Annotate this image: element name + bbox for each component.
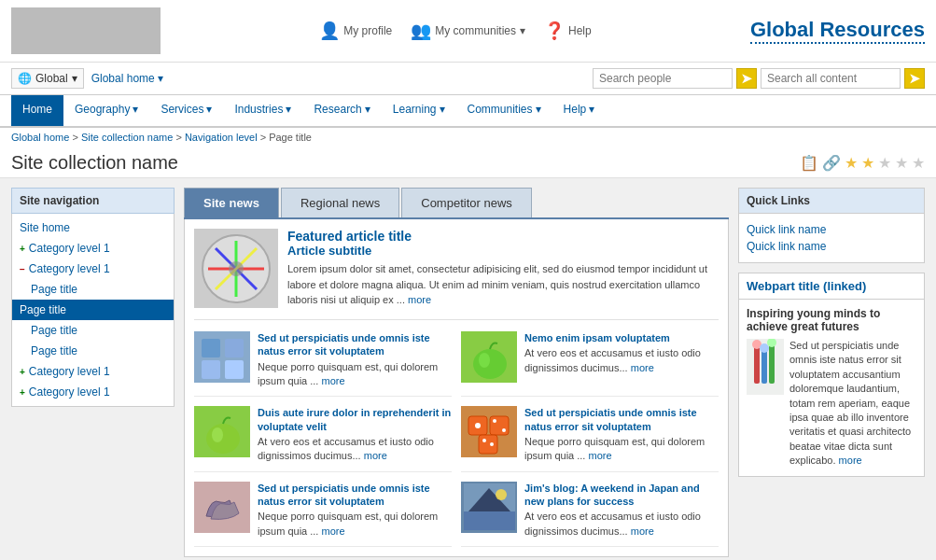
sidebar-page-title-active-label: Page title xyxy=(20,303,66,316)
article-card-body-2: At vero eos et accusamus et iusto odio d… xyxy=(258,435,452,464)
tab-site-news[interactable]: Site news xyxy=(184,188,279,217)
breadcrumb-item-0[interactable]: Global home xyxy=(11,132,69,143)
star-2-icon[interactable]: ★ xyxy=(861,154,874,172)
copy-icon[interactable]: 📋 xyxy=(800,154,818,172)
webpart-body-text: Sed ut perspiciatis unde omnis iste natu… xyxy=(789,340,911,466)
featured-text: Featured article title Article subtitle … xyxy=(287,229,719,308)
sidebar-item-site-home[interactable]: Site home xyxy=(12,217,174,238)
webpart-title-area: Webpart title (linked) xyxy=(739,273,924,300)
star-5-icon[interactable]: ★ xyxy=(912,154,925,172)
svg-point-5 xyxy=(229,261,244,276)
article-card-title-0[interactable]: Sed ut perspiciatis unde omnis iste natu… xyxy=(258,331,452,358)
quick-link-1[interactable]: Quick link name xyxy=(747,238,916,255)
breadcrumb-item-2[interactable]: Navigation level xyxy=(185,132,258,143)
featured-image-svg xyxy=(199,231,273,306)
nav-research[interactable]: Research ▾ xyxy=(302,95,381,126)
tab-regional-news[interactable]: Regional news xyxy=(281,188,399,217)
nav-geography[interactable]: Geography ▾ xyxy=(63,95,149,126)
article-body-text-3: Neque porro quisquam est, qui dolorem ip… xyxy=(524,436,705,461)
tab-competitor-news[interactable]: Competitor news xyxy=(401,188,532,217)
article-card-text-4: Sed ut perspiciatis unde omnis iste natu… xyxy=(258,482,452,539)
svg-point-32 xyxy=(760,343,769,353)
global-select[interactable]: 🌐 Global ▾ xyxy=(11,68,84,89)
featured-more-link[interactable]: more xyxy=(408,294,431,305)
sidebar-cat1-b-label: Category level 1 xyxy=(29,262,110,275)
main-content: Site navigation Site home + Category lev… xyxy=(0,178,936,560)
svg-point-22 xyxy=(490,442,494,446)
nav-services-label: Services xyxy=(161,103,203,116)
article-card-title-3[interactable]: Sed ut perspiciatis unde omnis iste natu… xyxy=(524,406,719,433)
svg-rect-17 xyxy=(490,416,509,435)
article-card-body-4: Neque porro quisquam est, qui dolorem ip… xyxy=(258,510,452,539)
sidebar-item-page-title-sub3[interactable]: Page title xyxy=(12,341,174,361)
global-dropdown-icon: ▾ xyxy=(72,72,77,85)
webpart-title-link[interactable]: Webpart title (linked) xyxy=(747,279,866,293)
nav-services[interactable]: Services ▾ xyxy=(149,95,223,126)
article-card-5: Jim's blog: A weekend in Japan and new p… xyxy=(461,482,719,547)
my-profile-link[interactable]: 👤 My profile xyxy=(319,21,392,41)
sidebar-item-page-title-sub1[interactable]: Page title xyxy=(12,279,174,300)
featured-image xyxy=(194,229,278,308)
nav-communities[interactable]: Communities ▾ xyxy=(456,95,552,126)
search-all-go-button[interactable]: ➤ xyxy=(904,68,925,89)
article-card-title-2[interactable]: Duis aute irure dolor in reprehenderit i… xyxy=(258,406,452,433)
featured-title[interactable]: Featured article title xyxy=(287,229,719,244)
article-more-link-3[interactable]: more xyxy=(588,450,611,461)
sidebar-item-cat1-a[interactable]: + Category level 1 xyxy=(12,238,174,259)
article-more-link-0[interactable]: more xyxy=(321,375,344,386)
svg-point-12 xyxy=(479,353,490,368)
sidebar-item-cat1-b[interactable]: − Category level 1 xyxy=(12,259,174,279)
svg-rect-10 xyxy=(225,360,244,379)
star-4-icon[interactable]: ★ xyxy=(895,154,908,172)
breadcrumb: Global home > Site collection name > Nav… xyxy=(0,128,936,147)
webpart-body: Sed ut perspiciatis unde omnis iste natu… xyxy=(789,339,916,469)
sidebar-item-cat1-c[interactable]: + Category level 1 xyxy=(12,361,174,382)
search-go-icon: ➤ xyxy=(741,71,752,86)
nav-home[interactable]: Home xyxy=(11,95,63,126)
link-icon[interactable]: 🔗 xyxy=(822,154,841,172)
article-thumb-0 xyxy=(194,331,250,383)
svg-rect-29 xyxy=(761,350,767,384)
right-sidebar: Quick Links Quick link name Quick link n… xyxy=(738,188,925,557)
nav-industries-label: Industries xyxy=(234,103,283,116)
nav-home-label: Home xyxy=(22,103,52,116)
nav-research-label: Research xyxy=(314,103,361,116)
site-title-bold: Resources xyxy=(819,18,925,41)
quick-link-0[interactable]: Quick link name xyxy=(747,221,916,238)
top-bar: 👤 My profile 👥 My communities ▾ ❓ Help G… xyxy=(0,0,936,63)
center-content: Site news Regional news Competitor news xyxy=(184,188,729,557)
nav-learning[interactable]: Learning ▾ xyxy=(382,95,456,126)
help-link[interactable]: ❓ Help xyxy=(544,21,592,41)
search-people-go-button[interactable]: ➤ xyxy=(736,68,757,89)
article-grid: Sed ut perspiciatis unde omnis iste natu… xyxy=(194,331,719,547)
svg-point-13 xyxy=(206,424,240,454)
star-1-icon[interactable]: ★ xyxy=(845,154,858,172)
article-card-body-3: Neque porro quisquam est, qui dolorem ip… xyxy=(524,435,719,464)
nav-help-label: Help xyxy=(564,103,587,116)
page-icons: 📋 🔗 ★ ★ ★ ★ ★ xyxy=(800,154,925,172)
article-card-title-5[interactable]: Jim's blog: A weekend in Japan and new p… xyxy=(524,482,719,509)
my-communities-link[interactable]: 👥 My communities ▾ xyxy=(411,21,525,41)
article-card-body-0: Neque porro quisquam est, qui dolorem ip… xyxy=(258,360,452,389)
sidebar-item-cat1-d[interactable]: + Category level 1 xyxy=(12,382,174,402)
article-more-link-4[interactable]: more xyxy=(321,525,344,537)
search-people-input[interactable] xyxy=(593,68,733,89)
article-card-title-1[interactable]: Nemo enim ipsam voluptatem xyxy=(524,331,719,344)
article-card-title-4[interactable]: Sed ut perspiciatis unde omnis iste natu… xyxy=(258,482,452,509)
article-body-text-4: Neque porro quisquam est, qui dolorem ip… xyxy=(258,511,438,536)
article-more-link-2[interactable]: more xyxy=(364,450,387,461)
breadcrumb-item-1[interactable]: Site collection name xyxy=(81,132,173,143)
breadcrumb-sep-0: > xyxy=(72,132,80,143)
sidebar-title: Site navigation xyxy=(11,188,175,214)
article-body-text-0: Neque porro quisquam est, qui dolorem ip… xyxy=(258,361,438,386)
article-more-link-1[interactable]: more xyxy=(631,362,654,373)
sidebar-item-page-title-sub2[interactable]: Page title xyxy=(12,320,174,341)
nav-industries[interactable]: Industries ▾ xyxy=(223,95,302,126)
star-3-icon[interactable]: ★ xyxy=(878,154,891,172)
webpart-more-link[interactable]: more xyxy=(839,455,862,466)
search-all-input[interactable] xyxy=(761,68,901,89)
global-home-link[interactable]: Global home ▾ xyxy=(91,72,163,85)
sidebar-item-page-title-active[interactable]: Page title xyxy=(12,300,174,320)
article-more-link-5[interactable]: more xyxy=(631,525,654,537)
nav-help[interactable]: Help ▾ xyxy=(552,95,607,126)
